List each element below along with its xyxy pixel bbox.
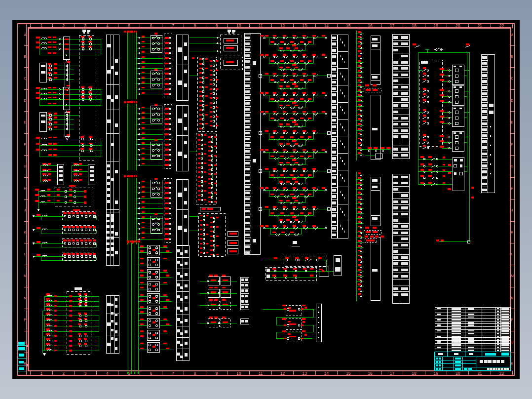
svg-text:J: J xyxy=(447,116,448,119)
svg-text:19: 19 xyxy=(434,371,439,376)
svg-text:15: 15 xyxy=(346,371,351,376)
svg-text:8: 8 xyxy=(194,23,196,28)
svg-text:J: J xyxy=(511,208,513,212)
svg-text:8: 8 xyxy=(194,371,196,376)
svg-text:1: 1 xyxy=(40,23,43,28)
svg-text:13: 13 xyxy=(302,371,307,376)
svg-text:N: N xyxy=(24,296,26,300)
svg-text:J: J xyxy=(447,101,448,104)
svg-text:3: 3 xyxy=(84,371,87,376)
svg-text:J: J xyxy=(447,111,448,114)
svg-text:17: 17 xyxy=(390,371,395,376)
svg-text:D: D xyxy=(511,99,513,102)
svg-text:19: 19 xyxy=(434,23,439,28)
svg-text:E: E xyxy=(511,120,513,124)
svg-text:J: J xyxy=(447,95,448,98)
svg-text:22: 22 xyxy=(499,371,504,376)
svg-text:G: G xyxy=(511,164,513,168)
svg-text:13: 13 xyxy=(302,23,307,28)
svg-text:Q: Q xyxy=(511,340,514,344)
svg-text:2: 2 xyxy=(62,23,65,28)
svg-text:B: B xyxy=(511,55,513,58)
svg-text:B: B xyxy=(24,55,26,58)
svg-text:J: J xyxy=(447,69,448,72)
svg-text:D: D xyxy=(24,99,26,102)
svg-text:16: 16 xyxy=(368,371,373,376)
svg-text:14: 14 xyxy=(324,23,329,28)
svg-text:12: 12 xyxy=(280,23,285,28)
svg-text:F: F xyxy=(24,143,26,146)
svg-text:P: P xyxy=(511,318,513,321)
svg-text:F: F xyxy=(511,143,513,146)
svg-text:14: 14 xyxy=(324,371,329,376)
svg-text:A: A xyxy=(511,33,513,37)
svg-text:K: K xyxy=(511,231,513,234)
svg-text:R: R xyxy=(24,362,26,365)
svg-text:L: L xyxy=(24,252,26,256)
svg-text:J: J xyxy=(447,74,448,77)
svg-text:H: H xyxy=(24,187,26,190)
svg-text:J: J xyxy=(447,147,448,150)
svg-text:10: 10 xyxy=(236,23,241,28)
svg-text:2: 2 xyxy=(62,371,65,376)
svg-text:17: 17 xyxy=(390,23,395,28)
svg-text:6: 6 xyxy=(150,23,152,28)
svg-text:M: M xyxy=(24,274,27,278)
svg-text:9: 9 xyxy=(216,23,218,28)
svg-text:E: E xyxy=(24,120,26,124)
svg-text:11: 11 xyxy=(259,371,263,376)
svg-text:12: 12 xyxy=(280,371,285,376)
svg-text:10: 10 xyxy=(236,371,241,376)
svg-text:5: 5 xyxy=(128,371,130,376)
svg-text:22: 22 xyxy=(499,23,504,28)
svg-text:3: 3 xyxy=(84,23,87,28)
svg-text:G: G xyxy=(24,164,26,168)
svg-text:21: 21 xyxy=(477,23,482,28)
svg-text:16: 16 xyxy=(368,23,373,28)
svg-text:1: 1 xyxy=(40,371,43,376)
svg-text:L: L xyxy=(511,252,513,256)
svg-text:18: 18 xyxy=(412,371,417,376)
svg-text:9: 9 xyxy=(216,371,218,376)
svg-text:J: J xyxy=(447,135,448,138)
svg-text:R: R xyxy=(511,362,513,365)
svg-text:7: 7 xyxy=(172,371,174,376)
svg-text:C: C xyxy=(511,77,513,80)
svg-text:M: M xyxy=(511,274,514,278)
svg-text:J: J xyxy=(447,80,448,83)
svg-text:K: K xyxy=(24,231,26,234)
svg-text:4: 4 xyxy=(106,23,109,28)
svg-text:6: 6 xyxy=(150,371,152,376)
svg-text:20: 20 xyxy=(456,371,460,376)
svg-text:J: J xyxy=(24,208,26,212)
svg-text:11: 11 xyxy=(259,23,263,28)
svg-text:5: 5 xyxy=(128,23,130,28)
svg-text:J: J xyxy=(447,89,448,92)
svg-text:J: J xyxy=(447,141,448,144)
svg-text:P: P xyxy=(24,318,26,321)
svg-text:20: 20 xyxy=(456,23,460,28)
svg-text:18: 18 xyxy=(412,23,417,28)
svg-text:4: 4 xyxy=(106,371,109,376)
svg-text:A: A xyxy=(24,33,26,37)
svg-text:15: 15 xyxy=(346,23,351,28)
svg-text:N: N xyxy=(511,296,513,300)
svg-text:7: 7 xyxy=(172,23,174,28)
svg-text:J: J xyxy=(447,122,448,125)
svg-text:H: H xyxy=(511,187,513,190)
svg-text:21: 21 xyxy=(477,371,482,376)
svg-text:C: C xyxy=(24,77,26,80)
